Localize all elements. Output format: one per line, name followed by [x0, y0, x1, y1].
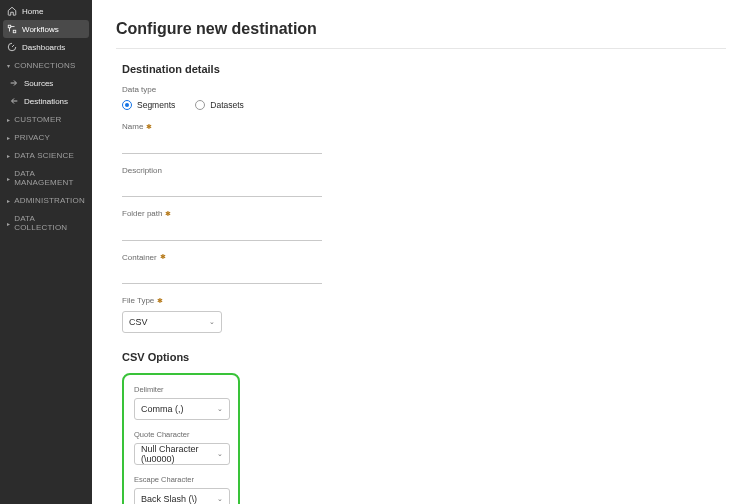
nav-section-administration-label: ADMINISTRATION [14, 196, 85, 205]
section-destination-details: Destination details [122, 63, 726, 75]
file-type-select[interactable]: CSV ⌄ [122, 311, 222, 333]
svg-rect-0 [8, 25, 11, 28]
description-label: Description [122, 166, 726, 175]
delimiter-select[interactable]: Comma (,) ⌄ [134, 398, 230, 420]
radio-dot-icon [122, 100, 132, 110]
nav-section-data-collection-label: DATA COLLECTION [14, 214, 86, 232]
required-star-icon: ✱ [165, 210, 171, 218]
quote-char-label: Quote Character [134, 430, 228, 439]
chevron-right-icon: ▸ [7, 197, 10, 204]
workflows-icon [7, 24, 17, 34]
nav-section-privacy-label: PRIVACY [14, 133, 50, 142]
nav-dashboards-label: Dashboards [22, 43, 65, 52]
sidebar: Home Workflows Dashboards ▾ CONNECTIONS … [0, 0, 92, 504]
radio-segments-label: Segments [137, 100, 175, 110]
container-label: Container✱ [122, 253, 726, 262]
svg-rect-1 [13, 30, 16, 33]
nav-section-customer-label: CUSTOMER [14, 115, 61, 124]
chevron-down-icon: ⌄ [217, 450, 223, 458]
quote-char-select[interactable]: Null Character (\u0000) ⌄ [134, 443, 230, 465]
required-star-icon: ✱ [146, 123, 152, 131]
nav-section-data-science[interactable]: ▸ DATA SCIENCE [0, 146, 92, 164]
chevron-right-icon: ▸ [7, 134, 10, 141]
page-title: Configure new destination [116, 20, 726, 38]
nav-section-data-management-label: DATA MANAGEMENT [14, 169, 86, 187]
nav-destinations-label: Destinations [24, 97, 68, 106]
csv-options-highlight: Delimiter Comma (,) ⌄ Quote Character Nu… [122, 373, 240, 504]
home-icon [7, 6, 17, 16]
section-csv-options: CSV Options [122, 351, 726, 363]
nav-section-administration[interactable]: ▸ ADMINISTRATION [0, 191, 92, 209]
nav-home[interactable]: Home [0, 2, 92, 20]
nav-workflows-label: Workflows [22, 25, 59, 34]
chevron-right-icon: ▸ [7, 220, 10, 227]
nav-dashboards[interactable]: Dashboards [0, 38, 92, 56]
sources-icon [9, 78, 19, 88]
required-star-icon: ✱ [160, 253, 166, 261]
chevron-right-icon: ▸ [7, 152, 10, 159]
nav-section-data-management[interactable]: ▸ DATA MANAGEMENT [0, 164, 92, 191]
divider [116, 48, 726, 49]
folder-path-input[interactable] [122, 225, 322, 241]
nav-home-label: Home [22, 7, 43, 16]
folder-path-label: Folder path✱ [122, 209, 726, 218]
required-star-icon: ✱ [157, 297, 163, 305]
nav-section-data-collection[interactable]: ▸ DATA COLLECTION [0, 209, 92, 236]
nav-section-connections-label: CONNECTIONS [14, 61, 75, 70]
escape-char-select[interactable]: Back Slash (\) ⌄ [134, 488, 230, 504]
chevron-right-icon: ▸ [7, 116, 10, 123]
name-label: Name✱ [122, 122, 726, 131]
radio-dot-icon [195, 100, 205, 110]
radio-segments[interactable]: Segments [122, 100, 175, 110]
data-type-label: Data type [122, 85, 726, 94]
nav-destinations[interactable]: Destinations [0, 92, 92, 110]
delimiter-label: Delimiter [134, 385, 228, 394]
container-input[interactable] [122, 268, 322, 284]
escape-char-value: Back Slash (\) [141, 494, 197, 504]
nav-sources[interactable]: Sources [0, 74, 92, 92]
chevron-down-icon: ▾ [7, 62, 10, 69]
file-type-label: File Type✱ [122, 296, 726, 305]
nav-section-privacy[interactable]: ▸ PRIVACY [0, 128, 92, 146]
nav-workflows[interactable]: Workflows [3, 20, 89, 38]
escape-char-label: Escape Character [134, 475, 228, 484]
radio-datasets[interactable]: Datasets [195, 100, 244, 110]
quote-char-value: Null Character (\u0000) [141, 444, 217, 464]
nav-sources-label: Sources [24, 79, 53, 88]
chevron-down-icon: ⌄ [217, 495, 223, 503]
description-input[interactable] [122, 181, 322, 197]
chevron-down-icon: ⌄ [209, 318, 215, 326]
nav-section-data-science-label: DATA SCIENCE [14, 151, 74, 160]
nav-section-connections[interactable]: ▾ CONNECTIONS [0, 56, 92, 74]
chevron-right-icon: ▸ [7, 175, 10, 182]
dashboards-icon [7, 42, 17, 52]
file-type-value: CSV [129, 317, 148, 327]
chevron-down-icon: ⌄ [217, 405, 223, 413]
delimiter-value: Comma (,) [141, 404, 184, 414]
destinations-icon [9, 96, 19, 106]
main-content: Configure new destination Destination de… [92, 0, 750, 504]
name-input[interactable] [122, 138, 322, 154]
radio-datasets-label: Datasets [210, 100, 244, 110]
nav-section-customer[interactable]: ▸ CUSTOMER [0, 110, 92, 128]
